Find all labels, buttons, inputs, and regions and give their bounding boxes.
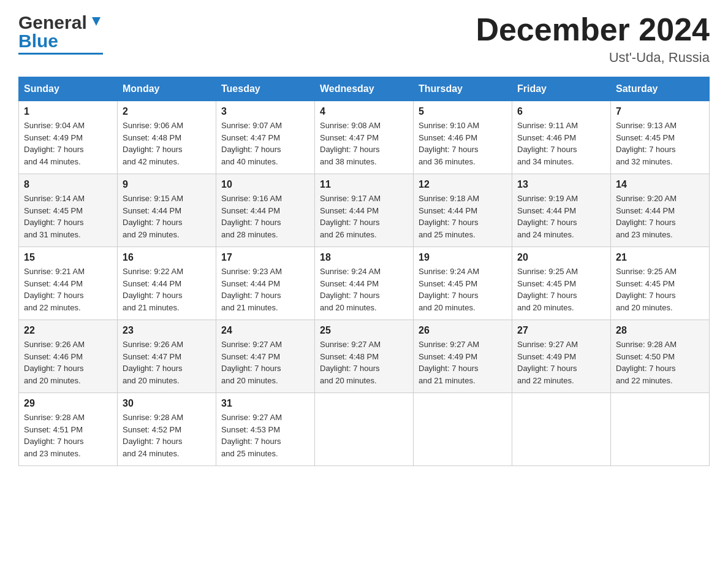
- day-number: 30: [123, 398, 211, 409]
- day-info: Sunrise: 9:14 AMSunset: 4:45 PMDaylight:…: [24, 193, 112, 240]
- calendar-day-cell: [414, 393, 512, 466]
- calendar-week-row: 1Sunrise: 9:04 AMSunset: 4:49 PMDaylight…: [19, 101, 710, 174]
- calendar-day-cell: [315, 393, 414, 466]
- day-info: Sunrise: 9:25 AMSunset: 4:45 PMDaylight:…: [616, 266, 704, 313]
- calendar-day-cell: 2Sunrise: 9:06 AMSunset: 4:48 PMDaylight…: [118, 101, 216, 174]
- calendar-day-cell: 4Sunrise: 9:08 AMSunset: 4:47 PMDaylight…: [315, 101, 414, 174]
- day-number: 5: [419, 106, 507, 117]
- day-number: 24: [221, 325, 309, 336]
- day-number: 6: [517, 106, 605, 117]
- calendar-day-cell: 24Sunrise: 9:27 AMSunset: 4:47 PMDayligh…: [216, 320, 315, 393]
- day-number: 31: [221, 398, 309, 409]
- day-number: 29: [24, 398, 112, 409]
- calendar-day-cell: 14Sunrise: 9:20 AMSunset: 4:44 PMDayligh…: [611, 174, 710, 247]
- day-info: Sunrise: 9:22 AMSunset: 4:44 PMDaylight:…: [123, 266, 211, 313]
- svg-marker-0: [92, 17, 100, 26]
- day-info: Sunrise: 9:08 AMSunset: 4:47 PMDaylight:…: [320, 120, 408, 167]
- calendar-day-cell: 31Sunrise: 9:27 AMSunset: 4:53 PMDayligh…: [216, 393, 315, 466]
- logo-underline: [18, 53, 103, 55]
- calendar-day-cell: 19Sunrise: 9:24 AMSunset: 4:45 PMDayligh…: [414, 247, 512, 320]
- day-number: 22: [24, 325, 112, 336]
- calendar-day-cell: 5Sunrise: 9:10 AMSunset: 4:46 PMDaylight…: [414, 101, 512, 174]
- calendar-day-cell: 11Sunrise: 9:17 AMSunset: 4:44 PMDayligh…: [315, 174, 414, 247]
- month-title: December 2024: [476, 12, 710, 47]
- calendar-day-cell: 21Sunrise: 9:25 AMSunset: 4:45 PMDayligh…: [611, 247, 710, 320]
- calendar-day-cell: 10Sunrise: 9:16 AMSunset: 4:44 PMDayligh…: [216, 174, 315, 247]
- day-number: 16: [123, 252, 211, 263]
- day-info: Sunrise: 9:10 AMSunset: 4:46 PMDaylight:…: [419, 120, 507, 167]
- day-number: 13: [517, 179, 605, 190]
- day-info: Sunrise: 9:26 AMSunset: 4:47 PMDaylight:…: [123, 339, 211, 386]
- day-info: Sunrise: 9:27 AMSunset: 4:49 PMDaylight:…: [419, 339, 507, 386]
- day-of-week-header: Thursday: [414, 77, 512, 101]
- day-info: Sunrise: 9:24 AMSunset: 4:45 PMDaylight:…: [419, 266, 507, 313]
- day-number: 9: [123, 179, 211, 190]
- day-number: 10: [221, 179, 309, 190]
- day-info: Sunrise: 9:11 AMSunset: 4:46 PMDaylight:…: [517, 120, 605, 167]
- calendar-header-row: SundayMondayTuesdayWednesdayThursdayFrid…: [19, 77, 710, 101]
- calendar-day-cell: 9Sunrise: 9:15 AMSunset: 4:44 PMDaylight…: [118, 174, 216, 247]
- day-number: 19: [419, 252, 507, 263]
- day-number: 17: [221, 252, 309, 263]
- day-number: 7: [616, 106, 704, 117]
- day-number: 27: [517, 325, 605, 336]
- day-info: Sunrise: 9:07 AMSunset: 4:47 PMDaylight:…: [221, 120, 309, 167]
- calendar-day-cell: 27Sunrise: 9:27 AMSunset: 4:49 PMDayligh…: [512, 320, 611, 393]
- day-info: Sunrise: 9:26 AMSunset: 4:46 PMDaylight:…: [24, 339, 112, 386]
- day-number: 12: [419, 179, 507, 190]
- day-number: 14: [616, 179, 704, 190]
- day-of-week-header: Friday: [512, 77, 611, 101]
- calendar-day-cell: 8Sunrise: 9:14 AMSunset: 4:45 PMDaylight…: [19, 174, 118, 247]
- calendar-day-cell: 6Sunrise: 9:11 AMSunset: 4:46 PMDaylight…: [512, 101, 611, 174]
- day-info: Sunrise: 9:27 AMSunset: 4:48 PMDaylight:…: [320, 339, 408, 386]
- logo: General Blue: [18, 12, 103, 55]
- day-info: Sunrise: 9:04 AMSunset: 4:49 PMDaylight:…: [24, 120, 112, 167]
- day-info: Sunrise: 9:15 AMSunset: 4:44 PMDaylight:…: [123, 193, 211, 240]
- day-of-week-header: Wednesday: [315, 77, 414, 101]
- day-info: Sunrise: 9:13 AMSunset: 4:45 PMDaylight:…: [616, 120, 704, 167]
- calendar-day-cell: 1Sunrise: 9:04 AMSunset: 4:49 PMDaylight…: [19, 101, 118, 174]
- day-number: 2: [123, 106, 211, 117]
- day-number: 15: [24, 252, 112, 263]
- calendar-day-cell: 29Sunrise: 9:28 AMSunset: 4:51 PMDayligh…: [19, 393, 118, 466]
- calendar-day-cell: 18Sunrise: 9:24 AMSunset: 4:44 PMDayligh…: [315, 247, 414, 320]
- calendar-day-cell: [611, 393, 710, 466]
- day-number: 28: [616, 325, 704, 336]
- day-info: Sunrise: 9:24 AMSunset: 4:44 PMDaylight:…: [320, 266, 408, 313]
- logo-arrow-icon: [89, 15, 103, 31]
- calendar-week-row: 8Sunrise: 9:14 AMSunset: 4:45 PMDaylight…: [19, 174, 710, 247]
- day-info: Sunrise: 9:16 AMSunset: 4:44 PMDaylight:…: [221, 193, 309, 240]
- day-number: 18: [320, 252, 408, 263]
- calendar-day-cell: 30Sunrise: 9:28 AMSunset: 4:52 PMDayligh…: [118, 393, 216, 466]
- calendar-day-cell: 26Sunrise: 9:27 AMSunset: 4:49 PMDayligh…: [414, 320, 512, 393]
- day-info: Sunrise: 9:21 AMSunset: 4:44 PMDaylight:…: [24, 266, 112, 313]
- day-info: Sunrise: 9:20 AMSunset: 4:44 PMDaylight:…: [616, 193, 704, 240]
- calendar-day-cell: [512, 393, 611, 466]
- calendar-day-cell: 12Sunrise: 9:18 AMSunset: 4:44 PMDayligh…: [414, 174, 512, 247]
- day-info: Sunrise: 9:28 AMSunset: 4:50 PMDaylight:…: [616, 339, 704, 386]
- day-info: Sunrise: 9:18 AMSunset: 4:44 PMDaylight:…: [419, 193, 507, 240]
- day-number: 3: [221, 106, 309, 117]
- logo-blue-text: Blue: [18, 31, 58, 52]
- day-info: Sunrise: 9:19 AMSunset: 4:44 PMDaylight:…: [517, 193, 605, 240]
- calendar-day-cell: 22Sunrise: 9:26 AMSunset: 4:46 PMDayligh…: [19, 320, 118, 393]
- day-number: 20: [517, 252, 605, 263]
- logo-general-text: General: [18, 12, 87, 33]
- calendar-day-cell: 23Sunrise: 9:26 AMSunset: 4:47 PMDayligh…: [118, 320, 216, 393]
- day-number: 11: [320, 179, 408, 190]
- day-info: Sunrise: 9:27 AMSunset: 4:47 PMDaylight:…: [221, 339, 309, 386]
- calendar-day-cell: 15Sunrise: 9:21 AMSunset: 4:44 PMDayligh…: [19, 247, 118, 320]
- title-section: December 2024 Ust'-Uda, Russia: [476, 12, 710, 66]
- calendar-day-cell: 17Sunrise: 9:23 AMSunset: 4:44 PMDayligh…: [216, 247, 315, 320]
- day-number: 21: [616, 252, 704, 263]
- day-info: Sunrise: 9:23 AMSunset: 4:44 PMDaylight:…: [221, 266, 309, 313]
- day-number: 26: [419, 325, 507, 336]
- calendar-week-row: 29Sunrise: 9:28 AMSunset: 4:51 PMDayligh…: [19, 393, 710, 466]
- calendar-day-cell: 16Sunrise: 9:22 AMSunset: 4:44 PMDayligh…: [118, 247, 216, 320]
- day-info: Sunrise: 9:25 AMSunset: 4:45 PMDaylight:…: [517, 266, 605, 313]
- calendar-day-cell: 25Sunrise: 9:27 AMSunset: 4:48 PMDayligh…: [315, 320, 414, 393]
- day-info: Sunrise: 9:27 AMSunset: 4:53 PMDaylight:…: [221, 412, 309, 459]
- day-info: Sunrise: 9:17 AMSunset: 4:44 PMDaylight:…: [320, 193, 408, 240]
- day-of-week-header: Monday: [118, 77, 216, 101]
- page-header: General Blue December 2024 Ust'-Uda, Rus…: [18, 12, 710, 66]
